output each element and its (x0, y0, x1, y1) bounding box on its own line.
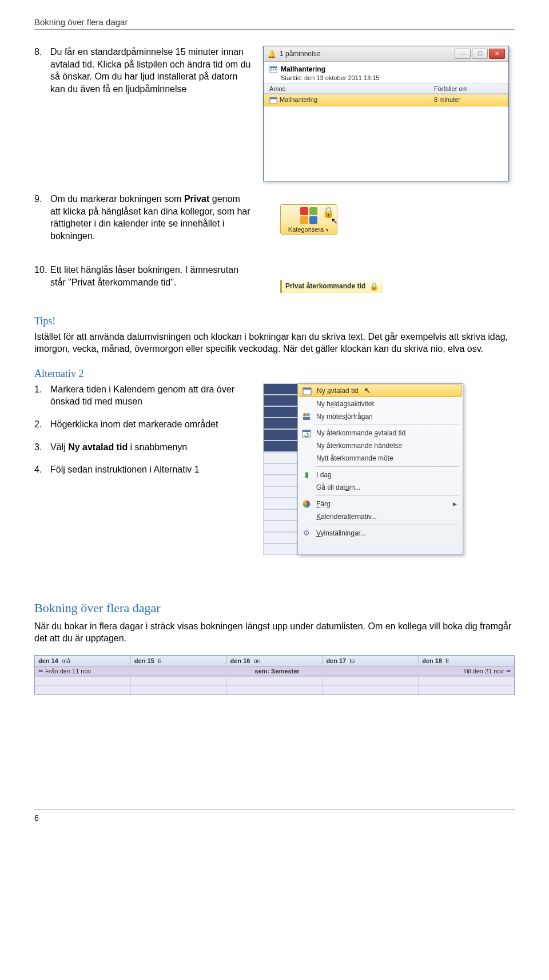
event-title: sem: Semester (94, 666, 460, 676)
arrow-right-icon: ➡ (506, 668, 511, 674)
submenu-arrow-icon: ▶ (453, 501, 457, 507)
row-forfaller: 8 minuter (434, 96, 503, 104)
private-subject-text: Privat återkommande tid (285, 282, 366, 290)
list-number-10: 10. (34, 264, 50, 288)
svg-rect-4 (275, 69, 276, 70)
day-header: den 16on (227, 656, 323, 666)
page-header: Bokning över flera dagar (34, 17, 515, 30)
multiday-calendar-bar: den 14må den 15ti den 16on den 17to den … (34, 655, 515, 695)
alt2-num-1: 1. (34, 383, 50, 408)
window-title-text: 1 påminnelse (280, 50, 455, 58)
svg-rect-6 (270, 98, 277, 100)
svg-rect-8 (303, 388, 311, 390)
multiday-event[interactable]: ⬅Från den 11 nov sem: Semester Till den … (35, 666, 514, 676)
alt2-body-2: Högerklicka inom det markerade området (50, 418, 252, 431)
tips-body: Istället för att använda datumvisningen … (34, 331, 515, 355)
private-subject-field: Privat återkommande tid 🔒 (280, 280, 383, 293)
menu-vyinstallningar[interactable]: ⚙ Vyinställningar... (298, 527, 463, 539)
minimize-button[interactable]: — (455, 49, 471, 59)
text-before: Om du markerar bokningen som (50, 194, 184, 204)
reminder-empty-area (264, 106, 508, 181)
t3c: i snabbmenyn (128, 442, 187, 452)
day-header: den 14må (35, 656, 131, 666)
context-menu-area: Ny avtalad tid ↖ Ny heldagsaktivitet Ny … (263, 383, 463, 555)
reminder-window: 🔔 1 påminnelse — ☐ ✕ Mallhantering Start… (263, 46, 509, 181)
day-header: den 17to (323, 656, 419, 666)
menu-ny-aterkommande-handelse[interactable]: Ny återkommande händelse (298, 439, 463, 452)
menu-ny-heldag[interactable]: Ny heldagsaktivitet (298, 398, 463, 410)
categorize-label: Kategorisera (288, 226, 324, 233)
context-menu: Ny avtalad tid ↖ Ny heldagsaktivitet Ny … (297, 383, 463, 555)
menu-label: Ny återkommande händelse (316, 442, 402, 450)
col-amne: Ämne (269, 85, 434, 92)
svg-point-9 (303, 413, 307, 416)
menu-separator (315, 495, 459, 496)
svg-rect-2 (271, 69, 272, 70)
event-to: Till den 21 nov (463, 668, 504, 675)
alt2-body-4: Följ sedan instruktionen i Alternativ 1 (50, 463, 252, 476)
calendar-day-headers: den 14må den 15ti den 16on den 17to den … (35, 656, 514, 666)
row-amne: Mallhantering (280, 96, 434, 104)
menu-ga-till-datum[interactable]: Gå till datum... (298, 481, 463, 494)
menu-separator (315, 525, 459, 525)
calendar-icon (302, 386, 312, 395)
gear-icon: ⚙ (301, 529, 312, 538)
maximize-button[interactable]: ☐ (472, 49, 488, 59)
svg-point-10 (307, 413, 310, 416)
list-number-8: 8. (34, 46, 50, 95)
section-heading: Bokning över flera dagar (34, 601, 515, 616)
tips-heading: Tips! (34, 315, 515, 327)
menu-label: Ny avtalad tid (317, 387, 359, 395)
menu-label: Gå till datum... (316, 483, 360, 491)
menu-separator (315, 424, 459, 425)
menu-label: Färg (316, 500, 331, 508)
window-titlebar: 🔔 1 påminnelse — ☐ ✕ (264, 46, 508, 62)
t3a: Välj (50, 442, 68, 452)
svg-rect-13 (303, 430, 311, 432)
lock-icon: 🔒 (369, 282, 379, 291)
bell-icon: 🔔 (267, 50, 276, 58)
menu-label: Kalenderalternativ... (316, 513, 377, 521)
alt2-num-4: 4. (34, 463, 50, 476)
list-number-9: 9. (34, 193, 50, 242)
menu-label: I dag (316, 471, 332, 479)
text-bold-privat: Privat (184, 194, 209, 204)
menu-ny-avtalad-tid[interactable]: Ny avtalad tid ↖ (299, 384, 462, 397)
menu-idag[interactable]: ▮ I dag (298, 469, 463, 481)
category-colors-icon (300, 207, 317, 224)
menu-nytt-aterkommande-mote[interactable]: Nytt återkommande möte (298, 452, 463, 465)
reminder-columns: Ämne Förfaller om (264, 84, 508, 94)
menu-ny-motesforfragan[interactable]: Ny mötesförfrågan (298, 410, 463, 423)
color-icon (301, 499, 312, 509)
blank-icon (301, 512, 312, 521)
blank-icon (301, 454, 312, 463)
reminder-subject: Mallhantering (281, 65, 325, 73)
menu-ny-aterkommande-avtalad[interactable]: Ny återkommande avtalad tid (298, 427, 463, 439)
today-icon: ▮ (301, 470, 312, 479)
section-body: När du bokar in flera dagar i sträck vis… (34, 620, 515, 645)
chevron-down-icon: ▼ (325, 228, 329, 233)
calendar-blank-row (35, 676, 514, 685)
alt2-body-1: Markera tiden i Kalendern genom att dra … (50, 383, 252, 408)
blank-icon (301, 441, 312, 450)
svg-rect-11 (303, 417, 310, 420)
close-button[interactable]: ✕ (489, 49, 505, 59)
col-forfaller: Förfaller om (434, 85, 503, 92)
menu-label: Nytt återkommande möte (316, 454, 393, 462)
page-footer: 6 (34, 810, 515, 823)
recurring-icon (301, 428, 312, 438)
day-header: den 18fr (419, 656, 514, 666)
alt2-body-3: Välj Ny avtalad tid i snabbmenyn (50, 441, 252, 454)
reminder-row-selected[interactable]: Mallhantering 8 minuter (264, 94, 508, 106)
categorize-button[interactable]: 🔒 ↖ Kategorisera▼ (280, 204, 337, 235)
svg-rect-1 (270, 67, 277, 69)
cursor-icon: ↖ (331, 216, 338, 225)
menu-farg[interactable]: Färg ▶ (298, 498, 463, 510)
day-header: den 15ti (131, 656, 227, 666)
menu-kalenderalternativ[interactable]: Kalenderalternativ... (298, 510, 463, 523)
list-body-8: Du får en standardpåminnelse 15 minuter … (50, 46, 252, 95)
calendar-blank-row (35, 685, 514, 695)
menu-label: Ny heldagsaktivitet (316, 400, 374, 408)
blank-icon (301, 399, 312, 408)
meeting-icon (301, 412, 312, 421)
